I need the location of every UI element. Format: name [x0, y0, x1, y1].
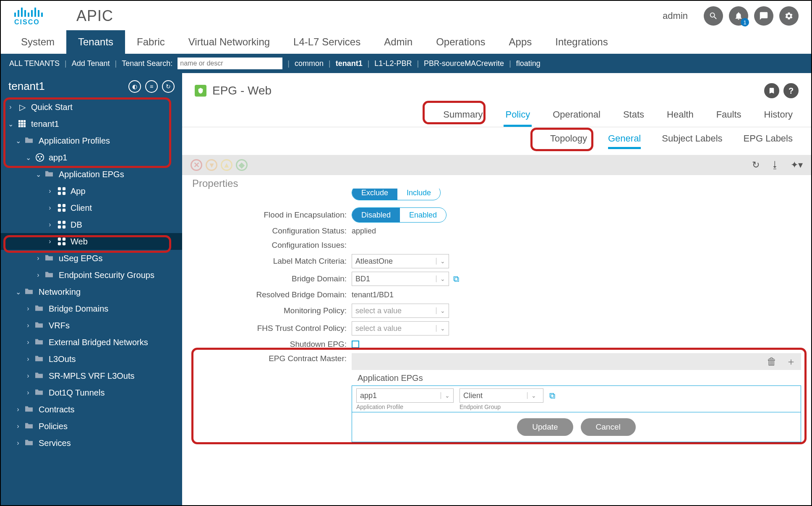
sidebar-refresh-icon[interactable]: ↻	[162, 80, 175, 93]
field-sublabel: Endpoint Group	[460, 404, 543, 410]
toggle-option[interactable]: Enabled	[400, 208, 446, 222]
tab-policy[interactable]: Policy	[504, 106, 532, 127]
sidebar-item-app-profiles[interactable]: ⌄Application Profiles	[1, 132, 182, 149]
prop-label: FHS Trust Control Policy:	[192, 324, 352, 333]
feedback-icon[interactable]	[754, 6, 773, 26]
toggle-option[interactable]: Include	[397, 189, 440, 200]
update-button[interactable]: Update	[517, 418, 573, 436]
delete-icon[interactable]: 🗑	[767, 356, 777, 367]
field-sublabel: Application Profile	[356, 404, 454, 410]
nav-admin[interactable]: Admin	[372, 30, 424, 54]
sidebar-item-services[interactable]: ›Services	[1, 435, 182, 451]
shutdown-epg-checkbox[interactable]	[352, 341, 359, 348]
sidebar-item-srmpls[interactable]: ›SR-MPLS VRF L3Outs	[1, 367, 182, 384]
tab-operational[interactable]: Operational	[551, 106, 602, 127]
sidebar-item-epg-web[interactable]: ›Web	[1, 233, 182, 250]
nav-tenants[interactable]: Tenants	[66, 30, 125, 54]
sidebar-item-policies[interactable]: ›Policies	[1, 418, 182, 435]
folder-icon	[34, 321, 45, 330]
subtab-topology[interactable]: Topology	[550, 133, 587, 149]
tenant-shortcut[interactable]: common	[295, 59, 324, 68]
tab-faults[interactable]: Faults	[715, 106, 743, 127]
toggle-option[interactable]: Disabled	[352, 208, 400, 222]
settings-icon[interactable]	[779, 6, 799, 26]
preferred-group-toggle[interactable]: Exclude Include	[352, 189, 441, 200]
label-match-select[interactable]: AtleastOne⌄	[352, 254, 449, 268]
cancel-button[interactable]: Cancel	[581, 418, 636, 436]
fault-warning-icon[interactable]: ◆	[236, 159, 248, 171]
sidebar-item-label: Contracts	[39, 405, 75, 414]
svg-rect-29	[58, 209, 61, 212]
tenant-shortcut[interactable]: tenant1	[336, 59, 363, 68]
subtab-general[interactable]: General	[608, 133, 641, 149]
bridge-domain-select[interactable]: BD1⌄	[352, 272, 449, 286]
sidebar-item-useg[interactable]: ›uSeg EPGs	[1, 250, 182, 267]
all-tenants-link[interactable]: ALL TENANTS	[9, 59, 60, 68]
nav-apps[interactable]: Apps	[497, 30, 544, 54]
tab-health[interactable]: Health	[665, 106, 695, 127]
bookmark-icon[interactable]	[764, 83, 779, 98]
sidebar-item-tenant[interactable]: ⌄tenant1	[1, 115, 182, 132]
toggle-option[interactable]: Exclude	[352, 189, 397, 200]
nav-l4l7[interactable]: L4-L7 Services	[282, 30, 372, 54]
sidebar-item-esg[interactable]: ›Endpoint Security Groups	[1, 267, 182, 283]
sidebar-item-dot1q[interactable]: ›Dot1Q Tunnels	[1, 384, 182, 401]
svg-point-20	[38, 156, 39, 157]
download-icon[interactable]: ⭳	[770, 160, 780, 170]
tenant-shortcut[interactable]: PBR-sourceMACrewrite	[424, 59, 504, 68]
nav-operations[interactable]: Operations	[424, 30, 497, 54]
subtab-epg-labels[interactable]: EPG Labels	[744, 133, 793, 149]
tenant-shortcut[interactable]: L1-L2-PBR	[374, 59, 412, 68]
fault-critical-icon[interactable]: ✕	[191, 159, 202, 171]
folder-icon	[44, 270, 55, 280]
sidebar-item-app-epgs[interactable]: ⌄Application EPGs	[1, 166, 182, 183]
open-link-icon[interactable]: ⧉	[453, 274, 459, 284]
sidebar-item-epg-client[interactable]: ›Client	[1, 199, 182, 216]
sidebar-item-app1[interactable]: ⌄app1	[1, 149, 182, 166]
contract-master-section-title: Application EPGs	[356, 370, 797, 385]
tenant-shortcut[interactable]: floating	[516, 59, 540, 68]
sidebar-item-label: Quick Start	[31, 102, 73, 112]
subtab-subject-labels[interactable]: Subject Labels	[662, 133, 722, 149]
sidebar-item-vrfs[interactable]: ›VRFs	[1, 317, 182, 334]
help-icon[interactable]: ?	[783, 83, 799, 98]
sidebar-filter-icon[interactable]: ≡	[145, 80, 158, 93]
sidebar-item-epg-app[interactable]: ›App	[1, 183, 182, 199]
sidebar-item-label: SR-MPLS VRF L3Outs	[49, 371, 135, 381]
search-icon[interactable]	[704, 6, 723, 26]
open-link-icon[interactable]: ⧉	[549, 391, 555, 401]
sidebar-item-networking[interactable]: ⌄Networking	[1, 283, 182, 300]
add-icon[interactable]: ＋	[786, 355, 796, 368]
sidebar-item-epg-db[interactable]: ›DB	[1, 216, 182, 233]
tools-icon[interactable]: ✦▾	[791, 160, 803, 170]
sidebar-item-quickstart[interactable]: ›▷Quick Start	[1, 99, 182, 115]
flood-encap-toggle[interactable]: Disabled Enabled	[352, 207, 446, 223]
prop-label: Label Match Criteria:	[192, 257, 352, 266]
nav-virtual-networking[interactable]: Virtual Networking	[177, 30, 282, 54]
fault-minor-icon[interactable]: ▲	[221, 159, 232, 171]
user-menu[interactable]: admin	[663, 10, 688, 21]
nav-system[interactable]: System	[9, 30, 66, 54]
sidebar-item-contracts[interactable]: ›Contracts	[1, 401, 182, 418]
refresh-icon[interactable]: ↻	[752, 160, 760, 170]
sidebar-item-bd[interactable]: ›Bridge Domains	[1, 300, 182, 317]
add-tenant-link[interactable]: Add Tenant	[72, 59, 110, 68]
endpoint-group-select[interactable]: Client⌄	[460, 388, 543, 403]
sidebar-item-l3outs[interactable]: ›L3Outs	[1, 351, 182, 367]
tab-stats[interactable]: Stats	[621, 106, 646, 127]
sidebar-history-icon[interactable]: ◐	[128, 80, 141, 93]
fault-major-icon[interactable]: ▾	[206, 159, 217, 171]
notifications-icon[interactable]: 1	[729, 6, 748, 26]
tab-history[interactable]: History	[762, 106, 794, 127]
svg-rect-12	[23, 120, 26, 122]
tab-summary[interactable]: Summary	[441, 106, 484, 127]
tenant-search-input[interactable]	[178, 58, 282, 69]
nav-fabric[interactable]: Fabric	[125, 30, 177, 54]
svg-rect-27	[58, 204, 61, 207]
sidebar-item-ext-bridged[interactable]: ›External Bridged Networks	[1, 334, 182, 351]
fhs-policy-select[interactable]: select a value⌄	[352, 321, 449, 336]
svg-rect-36	[63, 238, 65, 241]
nav-integrations[interactable]: Integrations	[543, 30, 619, 54]
monitoring-policy-select[interactable]: select a value⌄	[352, 304, 449, 318]
app-profile-select[interactable]: app1⌄	[356, 388, 454, 403]
